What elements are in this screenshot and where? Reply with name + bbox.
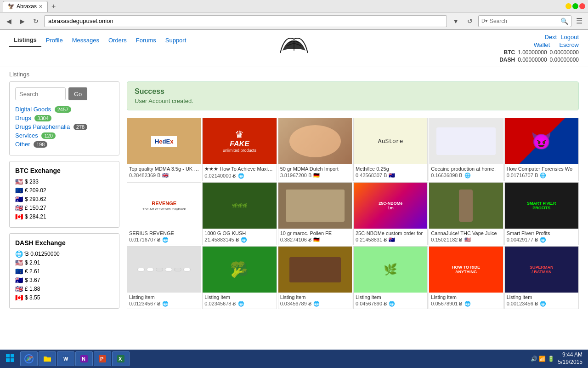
listing-card[interactable]: 🥦 Listing item 0.02345678 Ƀ 🌐 <box>202 246 277 309</box>
pill <box>147 268 154 271</box>
browser-search-input[interactable] <box>490 18 559 24</box>
logout-link[interactable]: Logout <box>560 34 579 40</box>
tab-label: Abraxas <box>17 3 37 10</box>
listing-price: 0.02140000 Ƀ 🌐 <box>204 173 274 179</box>
listing-image-mdma <box>278 118 352 164</box>
pill <box>165 268 172 271</box>
category-drugs[interactable]: Drugs 3304 <box>15 115 113 121</box>
nav-link-messages[interactable]: Messages <box>68 34 104 46</box>
search-input[interactable] <box>15 87 66 100</box>
main-layout: Go Digital Goods 2457 Drugs 3304 Drugs P… <box>0 78 588 318</box>
listing-card[interactable]: Cocaine production at home. 0.16636898 Ƀ… <box>429 118 503 181</box>
listing-card[interactable]: 10 gr maroc. Pollen FE 0.38274106 Ƀ 🇩🇪 <box>278 182 352 245</box>
listing-title: 25C-NBOMe custom order for <box>356 230 425 236</box>
listing-card[interactable]: HedEx Top quality MDMA 3.5g - UK Ve 0.28… <box>127 118 201 181</box>
listing-card[interactable]: 😈 How Computer Forensics Wo 0.01716707 Ƀ… <box>504 118 579 181</box>
listing-card[interactable]: AuStore Meth/Ice 0.25g 0.42568307 Ƀ 🇦🇺 <box>353 118 428 181</box>
listing-image-pollen <box>278 183 352 229</box>
category-services[interactable]: Services 120 <box>15 132 113 139</box>
listing-card[interactable]: HOW TO RIDEANYTHING Listing item 0.05678… <box>429 246 503 309</box>
listing-card[interactable]: SMART FIVE.RPROFITS Smart Fiverr Profits… <box>504 182 579 245</box>
listing-price: 0.02345678 Ƀ 🌐 <box>204 301 274 307</box>
nav-link-listings[interactable]: Listings <box>9 34 41 47</box>
nav-link-forums[interactable]: Forums <box>131 34 161 46</box>
listing-thumbnail: 🌿🌿🌿 <box>203 183 276 229</box>
nav-link-support[interactable]: Support <box>161 34 191 46</box>
listing-price: 0.16636898 Ƀ 🌐 <box>431 172 501 178</box>
listing-thumbnail <box>278 183 352 229</box>
listing-card[interactable]: 🌿🌿🌿 1000 G OG KUSH 21.45883145 Ƀ 🌐 <box>202 182 277 245</box>
listing-image-canna <box>429 183 503 229</box>
listing-info: Listing item 0.05678901 Ƀ 🌐 <box>429 293 503 309</box>
listing-thumbnail: 🥦 <box>203 247 276 293</box>
listing-card[interactable]: SUPERMAN/ BATMAN Listing item 0.00123456… <box>504 246 579 309</box>
dash-wallet-value: 0.00000000 <box>518 57 547 63</box>
eu-flag: 🇪🇺 <box>15 187 23 194</box>
listing-image-super: SUPERMAN/ BATMAN <box>505 247 578 293</box>
dash-eur-row: 🇪🇺 € 2.61 <box>15 268 113 275</box>
nbome-text: 25C-NBOMe1m <box>378 200 403 211</box>
listing-thumbnail: SUPERMAN/ BATMAN <box>505 247 578 293</box>
listing-info: Listing item 0.00123456 Ƀ 🌐 <box>505 293 578 309</box>
category-digital-goods[interactable]: Digital Goods 2457 <box>15 106 113 113</box>
url-bar[interactable] <box>44 15 447 27</box>
listing-info: Top quality MDMA 3.5g - UK Ve 0.28482369… <box>127 164 201 180</box>
listing-info: ★★★ How To Achieve Maximu 0.02140000 Ƀ 🌐 <box>203 164 276 181</box>
wallet-link[interactable]: Wallet <box>534 41 550 48</box>
dash-aud-value: $ 3.67 <box>25 277 40 283</box>
listing-card[interactable]: ♛ FAKE unlimited products ★★★ How To Ach… <box>202 118 277 181</box>
category-drugs-paraphernalia[interactable]: Drugs Paraphernalia 278 <box>15 123 113 130</box>
escrow-link[interactable]: Escrow <box>559 41 579 48</box>
nav-link-profile[interactable]: Profile <box>41 34 68 46</box>
austore-text: AuStore <box>378 138 403 145</box>
listing-image-howto: HOW TO RIDEANYTHING <box>429 247 503 293</box>
username-link[interactable]: Dext <box>545 34 557 40</box>
forward-button[interactable]: ▶ <box>17 17 28 26</box>
browser-search-icon[interactable]: 🔍 <box>560 17 568 25</box>
listing-card[interactable]: 25C-NBOMe1m 25C-NBOMe custom order for 0… <box>353 182 428 245</box>
listing-card[interactable]: 50 gr MDMA Dutch Import 3.81967200 Ƀ 🇩🇪 <box>278 118 352 181</box>
listing-card[interactable]: 🌿 Listing item 0.04567890 Ƀ 🌐 <box>353 246 428 309</box>
nav-bar: ◀ ▶ ↻ ▼ ↺ D▾ 🔍 ☰ <box>0 13 588 29</box>
dash-btc-row: 🌐 Ɓ 0.01250000 <box>15 250 113 258</box>
maximize-button[interactable] <box>572 3 578 9</box>
listing-info: Cocaine production at home. 0.16636898 Ƀ… <box>429 164 503 180</box>
breadcrumb: Listings <box>9 71 29 78</box>
new-tab-button[interactable]: + <box>50 2 57 11</box>
dash-exchange-title: DASH Exchange <box>15 239 113 247</box>
btc-usd-value: $ 233 <box>25 178 39 185</box>
nav-link-orders[interactable]: Orders <box>104 34 131 46</box>
listing-price: 0.01716707 Ƀ 🌐 <box>507 172 577 178</box>
listing-title: Listing item <box>204 294 274 300</box>
listing-price: 0.05678901 Ƀ 🌐 <box>431 301 501 307</box>
browser-menu-button[interactable]: ☰ <box>574 17 584 25</box>
tab-close-btn[interactable]: ✕ <box>39 4 43 10</box>
search-go-button[interactable]: Go <box>68 87 87 100</box>
refresh-button[interactable]: ↻ <box>30 17 41 26</box>
close-button[interactable] <box>579 3 585 9</box>
url-go-button[interactable]: ▼ <box>450 17 462 26</box>
btc-exchange-section: BTC Exchange 🇺🇸 $ 233 🇪🇺 € 209.02 🇦🇺 $ 2… <box>9 161 119 228</box>
listing-card[interactable]: REVENGE The Art of Stealth Payback SERIU… <box>127 182 201 245</box>
listing-image-pills <box>127 247 201 293</box>
reload-button[interactable]: ↺ <box>464 17 475 26</box>
listing-title: Listing item <box>356 294 425 300</box>
dash-us-flag: 🇺🇸 <box>15 259 23 266</box>
minimize-button[interactable] <box>565 3 571 9</box>
listing-card[interactable]: Listing item 0.01234567 Ƀ 🌐 <box>127 246 201 309</box>
listing-price: 21.45883145 Ƀ 🌐 <box>204 237 274 243</box>
listing-info: Listing item 0.03456789 Ƀ 🌐 <box>278 293 352 309</box>
back-button[interactable]: ◀ <box>4 17 14 26</box>
dash-usd-row: 🇺🇸 $ 2.91 <box>15 259 113 266</box>
listing-price: 0.15021182 Ƀ 🇺🇸 <box>431 237 501 243</box>
listing-info: Listing item 0.02345678 Ƀ 🌐 <box>203 293 276 309</box>
btc-label: BTC <box>504 49 515 56</box>
listing-card[interactable]: Listing item 0.03456789 Ƀ 🌐 <box>278 246 352 309</box>
listing-image-nbome: 25C-NBOMe1m <box>354 183 427 229</box>
category-other[interactable]: Other 198 <box>15 141 113 148</box>
listing-image-austore: AuStore <box>354 118 427 164</box>
btc-gbp-row: 🇬🇧 £ 150.27 <box>15 204 113 212</box>
dash-ca-flag: 🇨🇦 <box>15 294 23 301</box>
listing-card[interactable]: CannaJuice! THC Vape Juice 0.15021182 Ƀ … <box>429 182 503 245</box>
listing-info: How Computer Forensics Wo 0.01716707 Ƀ 🌐 <box>505 164 578 180</box>
